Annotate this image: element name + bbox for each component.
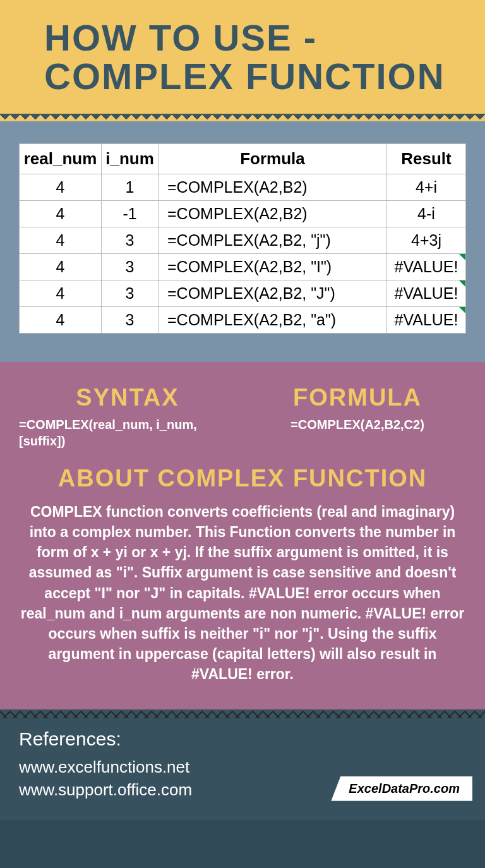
references-heading: References:	[19, 728, 466, 750]
cell-realnum: 4	[20, 227, 102, 253]
cell-result: 4-i	[387, 200, 466, 227]
cell-result: 4+3j	[387, 227, 466, 253]
example-table-section: real_num i_num Formula Result 41=COMPLEX…	[0, 121, 485, 362]
col-header-realnum: real_num	[20, 143, 102, 174]
cell-formula: =COMPLEX(A2,B2)	[159, 174, 387, 200]
complex-examples-table: real_num i_num Formula Result 41=COMPLEX…	[19, 143, 466, 334]
about-heading: ABOUT COMPLEX FUNCTION	[19, 465, 466, 492]
cell-inum: -1	[102, 200, 159, 227]
brand-badge: ExcelDataPro.com	[331, 776, 472, 801]
formula-text: =COMPLEX(A2,B2,C2)	[249, 416, 466, 433]
table-row: 4-1=COMPLEX(A2,B2)4-i	[20, 200, 466, 227]
formula-block: FORMULA =COMPLEX(A2,B2,C2)	[249, 384, 466, 449]
table-row: 43=COMPLEX(A2,B2, "I")#VALUE!	[20, 253, 466, 280]
cell-realnum: 4	[20, 174, 102, 200]
cell-inum: 3	[102, 253, 159, 280]
cell-realnum: 4	[20, 253, 102, 280]
reference-link-1: www.excelfunctions.net	[19, 756, 466, 778]
syntax-heading: SYNTAX	[19, 384, 236, 411]
col-header-result: Result	[387, 143, 466, 174]
table-row: 43=COMPLEX(A2,B2, "j")4+3j	[20, 227, 466, 253]
cell-result: #VALUE!	[387, 253, 466, 280]
col-header-formula: Formula	[159, 143, 387, 174]
cell-formula: =COMPLEX(A2,B2, "a")	[159, 306, 387, 333]
cell-realnum: 4	[20, 306, 102, 333]
syntax-block: SYNTAX =COMPLEX(real_num, i_num, [suffix…	[19, 384, 236, 449]
table-row: 41=COMPLEX(A2,B2)4+i	[20, 174, 466, 200]
cell-formula: =COMPLEX(A2,B2, "J")	[159, 280, 387, 306]
syntax-formula-row: SYNTAX =COMPLEX(real_num, i_num, [suffix…	[19, 384, 466, 449]
table-header-row: real_num i_num Formula Result	[20, 143, 466, 174]
cell-formula: =COMPLEX(A2,B2, "j")	[159, 227, 387, 253]
cell-formula: =COMPLEX(A2,B2)	[159, 200, 387, 227]
footer-section: References: www.excelfunctions.net www.s…	[0, 709, 485, 819]
cell-result: #VALUE!	[387, 306, 466, 333]
cell-inum: 1	[102, 174, 159, 200]
cell-result: 4+i	[387, 174, 466, 200]
cell-realnum: 4	[20, 280, 102, 306]
col-header-inum: i_num	[102, 143, 159, 174]
cell-realnum: 4	[20, 200, 102, 227]
header-banner: HOW TO USE - COMPLEX FUNCTION	[0, 0, 485, 121]
table-row: 43=COMPLEX(A2,B2, "a")#VALUE!	[20, 306, 466, 333]
table-row: 43=COMPLEX(A2,B2, "J")#VALUE!	[20, 280, 466, 306]
divider-zigzag	[0, 709, 485, 718]
about-body-text: COMPLEX function converts coefficients (…	[19, 502, 466, 685]
cell-formula: =COMPLEX(A2,B2, "I")	[159, 253, 387, 280]
divider-zigzag	[0, 114, 485, 123]
page-title: HOW TO USE - COMPLEX FUNCTION	[13, 19, 472, 96]
formula-heading: FORMULA	[249, 384, 466, 411]
title-line-1: HOW TO USE -	[44, 17, 317, 58]
info-section: SYNTAX =COMPLEX(real_num, i_num, [suffix…	[0, 362, 485, 710]
cell-inum: 3	[102, 227, 159, 253]
cell-inum: 3	[102, 306, 159, 333]
cell-result: #VALUE!	[387, 280, 466, 306]
cell-inum: 3	[102, 280, 159, 306]
syntax-text: =COMPLEX(real_num, i_num, [suffix])	[19, 416, 236, 449]
title-line-2: COMPLEX FUNCTION	[44, 56, 445, 97]
